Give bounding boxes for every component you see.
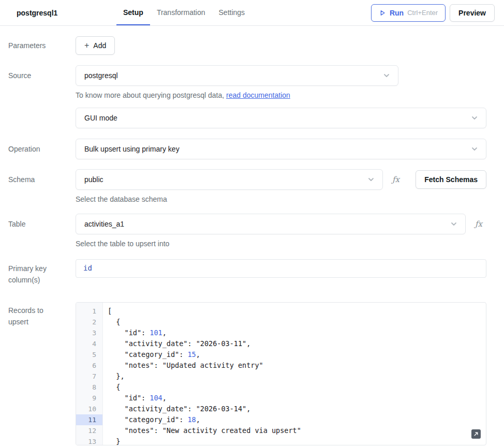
code-line: "category_id": 18, bbox=[108, 414, 486, 425]
field-label-primary-key: Primary key column(s) bbox=[0, 259, 76, 286]
chevron-down-icon bbox=[470, 145, 479, 153]
line-number: 2 bbox=[76, 317, 102, 327]
parameters-row: Parameters + Add bbox=[0, 36, 504, 55]
operation-row: Operation Bulk upsert using primary key bbox=[0, 139, 504, 159]
mode-select[interactable]: GUI mode bbox=[76, 108, 486, 128]
code-line: "id": 101, bbox=[108, 327, 486, 338]
chevron-down-icon bbox=[470, 114, 479, 122]
run-shortcut: Ctrl+Enter bbox=[407, 9, 438, 17]
operation-select-value: Bulk upsert using primary key bbox=[84, 145, 180, 153]
table-row: Table activities_a1 ƒx Select the table … bbox=[0, 214, 504, 248]
field-label-parameters: Parameters bbox=[0, 36, 76, 55]
code-line: [ bbox=[108, 306, 486, 317]
tab-setup[interactable]: Setup bbox=[116, 0, 150, 25]
chevron-down-icon bbox=[450, 220, 458, 228]
line-number: 7 bbox=[76, 371, 102, 382]
query-title: postgresql1 bbox=[17, 0, 116, 25]
read-documentation-link[interactable]: read documentation bbox=[226, 91, 290, 99]
editor-code[interactable]: [ { "id": 101, "activity_date": "2026-03… bbox=[103, 303, 486, 445]
source-select-value: postgresql bbox=[84, 71, 118, 80]
schema-helper-text: Select the database schema bbox=[76, 195, 486, 203]
line-number: 10 bbox=[76, 404, 102, 414]
query-header: postgresql1 Setup Transformation Setting… bbox=[0, 0, 504, 26]
records-code-editor[interactable]: 12345678910111213 [ { "id": 101, "activi… bbox=[76, 302, 486, 445]
primary-key-input[interactable]: id bbox=[76, 259, 486, 278]
chevron-down-icon bbox=[382, 71, 391, 80]
mode-select-value: GUI mode bbox=[84, 114, 117, 122]
line-number: 9 bbox=[76, 393, 102, 404]
table-helper-text: Select the table to upsert into bbox=[76, 240, 486, 248]
records-row: Records to upsert 12345678910111213 [ { … bbox=[0, 302, 504, 445]
preview-button[interactable]: Preview bbox=[450, 4, 495, 22]
play-icon bbox=[379, 9, 386, 17]
code-line: "category_id": 15, bbox=[108, 349, 486, 360]
code-line: { bbox=[108, 382, 486, 393]
query-setup-panel: Parameters + Add Source postgresql To kn… bbox=[0, 26, 504, 445]
expand-editor-button[interactable] bbox=[471, 429, 481, 439]
editor-gutter: 12345678910111213 bbox=[76, 303, 103, 445]
source-helper-prefix: To know more about querying postgresql d… bbox=[76, 91, 226, 99]
schema-select[interactable]: public bbox=[76, 169, 383, 190]
header-actions: Run Ctrl+Enter Preview bbox=[371, 0, 495, 25]
schema-select-value: public bbox=[84, 175, 103, 184]
line-number: 11 bbox=[76, 414, 102, 425]
source-row: Source postgresql To know more about que… bbox=[0, 65, 504, 99]
line-number: 5 bbox=[76, 349, 102, 360]
tab-bar: Setup Transformation Settings bbox=[116, 0, 251, 25]
code-line: { bbox=[108, 317, 486, 327]
source-helper-text: To know more about querying postgresql d… bbox=[76, 91, 486, 99]
line-number: 6 bbox=[76, 360, 102, 371]
fetch-schemas-button[interactable]: Fetch Schemas bbox=[416, 170, 486, 189]
tab-settings[interactable]: Settings bbox=[212, 0, 252, 25]
code-line: "activity_date": "2026-03-11", bbox=[108, 338, 486, 349]
fx-toggle-icon[interactable]: ƒx bbox=[392, 175, 399, 184]
line-number: 3 bbox=[76, 327, 102, 338]
code-line: } bbox=[108, 436, 486, 445]
add-parameter-button[interactable]: + Add bbox=[76, 36, 115, 55]
field-label-operation: Operation bbox=[0, 139, 76, 159]
operation-select[interactable]: Bulk upsert using primary key bbox=[76, 139, 486, 159]
plus-icon: + bbox=[84, 41, 89, 50]
code-line: "notes": "New activity created via upser… bbox=[108, 425, 486, 436]
add-parameter-label: Add bbox=[93, 41, 106, 50]
code-line: "activity_date": "2026-03-14", bbox=[108, 404, 486, 414]
code-line: "id": 104, bbox=[108, 393, 486, 404]
table-select[interactable]: activities_a1 bbox=[76, 214, 466, 234]
line-number: 4 bbox=[76, 338, 102, 349]
chevron-down-icon bbox=[367, 175, 375, 184]
schema-row: Schema public ƒx Fetch Schemas Select th… bbox=[0, 169, 504, 203]
line-number: 1 bbox=[76, 306, 102, 317]
field-label-table: Table bbox=[0, 214, 76, 248]
tab-transformation[interactable]: Transformation bbox=[150, 0, 212, 25]
source-select[interactable]: postgresql bbox=[76, 65, 398, 86]
fx-toggle-icon[interactable]: ƒx bbox=[475, 219, 482, 229]
table-select-value: activities_a1 bbox=[84, 220, 124, 228]
run-button-label: Run bbox=[390, 9, 404, 17]
mode-row-spacer bbox=[0, 108, 76, 128]
field-label-schema: Schema bbox=[0, 169, 76, 203]
primary-key-row: Primary key column(s) id bbox=[0, 259, 504, 286]
field-label-source: Source bbox=[0, 65, 76, 99]
line-number: 13 bbox=[76, 436, 102, 445]
code-line: }, bbox=[108, 371, 486, 382]
line-number: 8 bbox=[76, 382, 102, 393]
run-button[interactable]: Run Ctrl+Enter bbox=[371, 4, 446, 22]
code-line: "notes": "Updated activity entry" bbox=[108, 360, 486, 371]
field-label-records: Records to upsert bbox=[0, 302, 76, 445]
mode-row: GUI mode bbox=[0, 108, 504, 128]
line-number: 12 bbox=[76, 425, 102, 436]
